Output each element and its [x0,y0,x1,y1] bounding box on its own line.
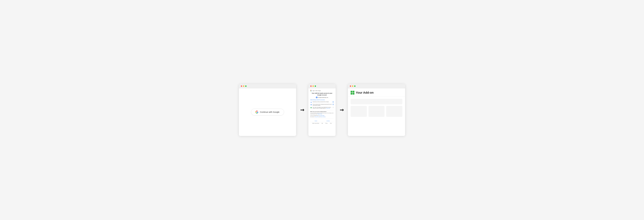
addon-title: Your Add-on [356,91,374,94]
titlebar-3 [348,84,405,88]
user-avatar [316,97,318,98]
dot-green-3 [354,85,356,87]
person-icon [311,102,312,103]
perm-checkbox-1[interactable] [332,101,334,102]
dot-yellow [243,85,244,87]
classroom-icon [310,107,312,108]
window-1: Continue with Google [239,84,296,136]
perm-text-2: See your personal info, including any pe… [312,104,332,106]
continue-with-google-label: Continue with Google [260,111,279,113]
oauth-footer: English (United States) Help Privacy Ter… [310,122,334,124]
window-2: Sign in with Google Your Add-On! wants a… [308,84,336,136]
oauth-divider-2 [310,119,334,119]
dot-yellow-3 [352,85,353,87]
help-link[interactable]: Help [322,123,323,124]
svg-rect-1 [311,107,312,107]
terms-link[interactable]: Terms [330,123,332,124]
user-email: user@schoolDomain.com [318,97,328,98]
cancel-button[interactable]: Cancel [310,120,322,122]
arrow-1: ➞ [300,107,304,113]
logo-sq-2 [353,91,354,92]
trust-text-1: You may be sharing sensitive info with t… [310,113,334,115]
placeholder-box-2 [368,106,385,117]
trust-text-3: See Kahoot!'s Privacy Policy and Terms o… [310,117,334,118]
svg-rect-0 [310,107,311,107]
google-logo-icon [256,111,258,114]
oauth-email-row: user@schoolDomain.com [310,97,334,98]
logo-sq-1 [350,91,352,92]
placeholder-wide [350,99,402,104]
placeholder-box-3 [386,106,402,117]
dot-green-2 [315,85,316,87]
dot-yellow-2 [312,85,314,87]
oauth-header: Sign in with Google [310,90,334,91]
language-selector[interactable]: English (United States) [312,123,319,124]
oauth-action-buttons: Cancel Continue [310,120,334,122]
select-label: Select what your Add-On can access [310,99,334,100]
perm-icon-1 [310,101,312,103]
window-3: Your Add-on [348,84,405,136]
dot-red-3 [350,85,351,87]
addon-logo-icon [350,91,354,94]
arrow-2: ➞ [340,107,344,113]
perm-icon-3 [310,107,312,108]
perm-icon-2 [310,104,312,105]
google-g-small-icon [310,90,312,91]
titlebar-1 [239,84,296,88]
info-icon [311,104,312,105]
addon-body [348,97,405,136]
addon-header: Your Add-on [348,88,405,97]
permission-item-3: See, create, and update its own attachme… [310,107,334,109]
addon-name-link: your Add-On [315,99,320,100]
continue-with-google-button[interactable]: Continue with Google [251,109,284,116]
logo-sq-4 [353,93,354,94]
svg-rect-2 [310,108,311,108]
permission-item-1: Associate you with your personal info on… [310,101,334,103]
perm-checkbox-2[interactable] [332,104,334,105]
dot-red-2 [310,85,312,87]
logo-sq-3 [350,93,352,94]
oauth-title: Your Add-On! wants access to your Google… [310,92,334,96]
window-1-content: Continue with Google [239,88,296,136]
trust-section: Make sure you trust the installed Add-On… [310,111,334,118]
continue-button[interactable]: Continue [322,120,334,122]
select-text: Select what [310,99,315,100]
oauth-divider [310,110,334,110]
flow-container: Continue with Google ➞ Sign [227,84,417,136]
perm-checkbox-3[interactable] [332,107,334,108]
dot-green [245,85,246,87]
window-3-content: Your Add-on [348,88,405,136]
privacy-link[interactable]: Privacy [325,123,328,124]
svg-rect-3 [311,108,312,108]
window-2-content: Sign in with Google Your Add-On! wants a… [308,88,336,136]
trust-text-2: Learn how Google helps you share data sa… [310,115,334,116]
permission-item-2: See your personal info, including any pe… [310,104,334,106]
titlebar-2 [308,84,336,88]
sign-in-with-google-label: Sign in with Google [312,90,321,91]
dot-red [241,85,242,87]
can-access-text: can access [320,99,325,100]
perm-text-3: See, create, and update its own attachme… [312,107,332,109]
placeholder-box-1 [350,106,367,117]
oauth-panel: Sign in with Google Your Add-On! wants a… [308,88,336,136]
perm-text-1: Associate you with your personal info on… [312,101,332,102]
trust-title: Make sure you trust the installed Add-On… [310,111,334,112]
user-icon [316,97,317,98]
